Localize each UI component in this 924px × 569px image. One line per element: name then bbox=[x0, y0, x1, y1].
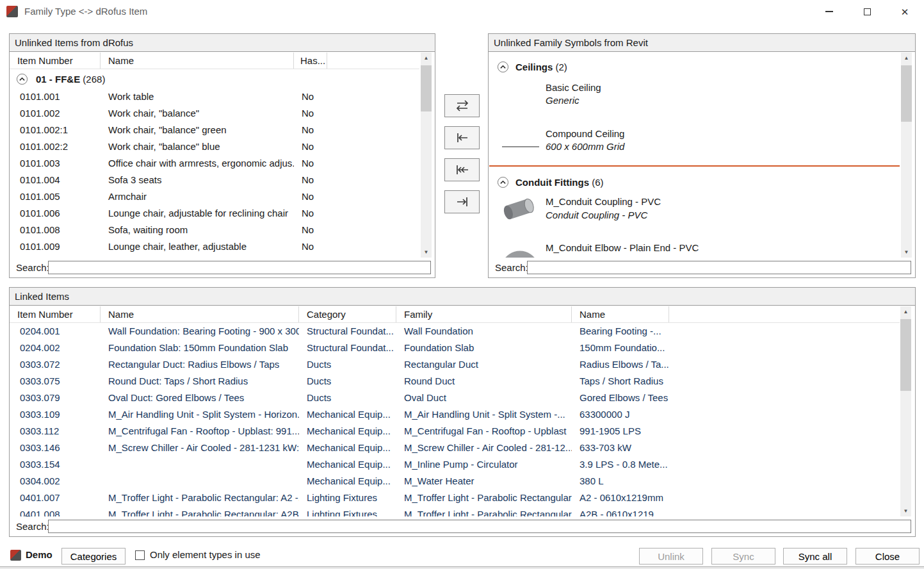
table-row[interactable]: 0303.109M_Air Handling Unit - Split Syst… bbox=[10, 406, 900, 423]
scroll-thumb[interactable] bbox=[421, 65, 432, 111]
table-row[interactable]: 0303.075Round Duct: Taps / Short RadiusD… bbox=[10, 373, 900, 390]
table-row[interactable]: 0101.002:2Work chair, "balance" blueNo bbox=[10, 138, 419, 155]
minimize-button[interactable] bbox=[815, 0, 844, 23]
column-header-family-type-name[interactable]: Name bbox=[572, 306, 669, 322]
table-row[interactable]: 0401.007M_Troffer Light - Parabolic Rect… bbox=[10, 490, 900, 506]
column-header-family[interactable]: Family bbox=[396, 306, 572, 322]
family-symbol-name[interactable]: M_Conduit Elbow - Plain End - PVC bbox=[546, 242, 699, 253]
column-header-name[interactable]: Name bbox=[101, 306, 299, 322]
collapse-group-button[interactable] bbox=[497, 61, 509, 73]
only-element-types-checkbox[interactable] bbox=[135, 550, 145, 560]
vertical-scrollbar[interactable]: ▲ ▼ bbox=[421, 53, 432, 258]
column-header-name[interactable]: Name bbox=[101, 53, 294, 69]
cell-has: No bbox=[294, 88, 327, 105]
only-element-types-label[interactable]: Only element types in use bbox=[150, 543, 261, 566]
table-row[interactable]: 0204.002Foundation Slab: 150mm Foundatio… bbox=[10, 340, 900, 356]
search-label: Search: bbox=[16, 517, 49, 536]
table-row[interactable]: 0101.004Sofa 3 seatsNo bbox=[10, 172, 419, 188]
cell-category: Structural Foundat... bbox=[299, 323, 396, 340]
minimize-icon bbox=[825, 11, 833, 12]
scroll-up-button[interactable]: ▲ bbox=[900, 306, 911, 317]
table-row[interactable]: 0303.072Rectangular Duct: Radius Elbows … bbox=[10, 356, 900, 373]
table-row[interactable]: 0101.002:1Work chair, "balance" greenNo bbox=[10, 122, 419, 138]
title-bar[interactable]: Family Type <-> dRofus Item ✕ bbox=[0, 0, 924, 23]
cell-family: M_Troffer Light - Parabolic Rectangular bbox=[396, 490, 572, 506]
close-window-button[interactable]: ✕ bbox=[890, 0, 920, 23]
cell-name: Rectangular Duct: Radius Elbows / Taps bbox=[101, 356, 299, 373]
table-row[interactable]: 0101.006Lounge chair, adjustable for rec… bbox=[10, 205, 419, 222]
cell-has: No bbox=[294, 205, 327, 222]
vertical-scrollbar[interactable]: ▲ ▼ bbox=[900, 306, 911, 516]
table-row[interactable]: 0101.009Lounge chair, leather, adjustabl… bbox=[10, 238, 419, 255]
table-row[interactable]: 0204.001Wall Foundation: Bearing Footing… bbox=[10, 323, 900, 340]
table-row[interactable]: 0101.001Work tableNo bbox=[10, 88, 419, 105]
search-label: Search: bbox=[16, 258, 49, 277]
table-row[interactable]: 0303.154Mechanical Equip...M_Inline Pump… bbox=[10, 456, 900, 473]
cell-item-number: 0101.002 bbox=[17, 105, 101, 122]
cell-item-number: 0101.005 bbox=[17, 188, 101, 205]
family-symbol-name[interactable]: M_Conduit Coupling - PVC bbox=[546, 196, 661, 207]
categories-button[interactable]: Categories bbox=[61, 548, 126, 565]
cell-family-type: 991-1905 LPS bbox=[572, 423, 669, 440]
chevron-up-icon bbox=[497, 176, 509, 188]
move-all-left-button[interactable] bbox=[444, 158, 480, 181]
table-row[interactable]: 0101.003Office chair with armrests, ergo… bbox=[10, 155, 419, 172]
linked-items-table-header: Item Number Name Category Family Name bbox=[10, 306, 900, 323]
move-right-button[interactable] bbox=[444, 190, 480, 213]
cell-item-number: 0101.008 bbox=[17, 222, 101, 238]
table-row[interactable]: 0101.005ArmchairNo bbox=[10, 188, 419, 205]
scroll-up-button[interactable]: ▲ bbox=[421, 53, 432, 63]
scroll-thumb[interactable] bbox=[901, 65, 912, 122]
search-input[interactable] bbox=[48, 261, 431, 274]
close-button[interactable]: Close bbox=[855, 548, 920, 565]
cell-item-number: 0304.002 bbox=[17, 473, 101, 490]
cell-item-number: 0101.002:2 bbox=[17, 138, 101, 155]
cell-has: No bbox=[294, 188, 327, 205]
table-row[interactable]: 0303.146M_Screw Chiller - Air Cooled - 2… bbox=[10, 440, 900, 456]
table-row[interactable]: 0303.079Oval Duct: Gored Elbows / TeesDu… bbox=[10, 390, 900, 406]
column-header-has[interactable]: Has... bbox=[294, 53, 327, 69]
arrow-right-to-bar-icon bbox=[454, 194, 471, 210]
cell-family: Rectangular Duct bbox=[396, 356, 572, 373]
arrow-left-to-bar-icon bbox=[454, 129, 471, 146]
cell-category: Mechanical Equip... bbox=[299, 406, 396, 423]
sync-button[interactable]: Sync bbox=[711, 548, 775, 565]
sync-all-button[interactable]: Sync all bbox=[783, 548, 847, 565]
maximize-button[interactable] bbox=[852, 0, 882, 23]
cell-family: M_Troffer Light - Parabolic Rectangular bbox=[396, 506, 572, 516]
column-header-item-number[interactable]: Item Number bbox=[17, 306, 101, 322]
linked-items-panel-title: Linked Items bbox=[10, 288, 915, 306]
cell-item-number: 0303.146 bbox=[17, 440, 101, 456]
column-header-category[interactable]: Category bbox=[299, 306, 396, 322]
collapse-group-button[interactable] bbox=[497, 176, 509, 188]
scroll-down-button[interactable]: ▼ bbox=[901, 247, 912, 258]
search-input[interactable] bbox=[48, 520, 911, 533]
swap-link-button[interactable] bbox=[444, 94, 480, 117]
move-selected-left-button[interactable] bbox=[444, 126, 480, 149]
column-header-item-number[interactable]: Item Number bbox=[17, 53, 101, 69]
unlink-button[interactable]: Unlink bbox=[639, 548, 703, 565]
family-symbol-name[interactable]: Compound Ceiling bbox=[546, 128, 624, 139]
table-row[interactable]: 0304.002Mechanical Equip...M_Water Heate… bbox=[10, 473, 900, 490]
search-input[interactable] bbox=[527, 261, 911, 274]
group-row-conduit-fittings[interactable]: Conduit Fittings (6) bbox=[497, 174, 603, 190]
scroll-up-button[interactable]: ▲ bbox=[901, 53, 912, 63]
group-row-ceilings[interactable]: Ceilings (2) bbox=[497, 59, 567, 74]
cell-item-number: 0303.112 bbox=[17, 423, 101, 440]
table-row[interactable]: 0303.112M_Centrifugal Fan - Rooftop - Up… bbox=[10, 423, 900, 440]
unlinked-revit-list: Ceilings (2) Basic Ceiling Generic Compo… bbox=[489, 53, 900, 258]
group-label: Ceilings bbox=[515, 62, 553, 72]
family-symbol-name[interactable]: Basic Ceiling bbox=[546, 82, 601, 93]
scroll-down-button[interactable]: ▼ bbox=[421, 247, 432, 258]
scroll-thumb[interactable] bbox=[900, 319, 911, 391]
table-row[interactable]: 0101.008Sofa, waiting roomNo bbox=[10, 222, 419, 238]
collapse-group-button[interactable] bbox=[16, 73, 28, 85]
vertical-scrollbar[interactable]: ▲ ▼ bbox=[901, 53, 912, 258]
cell-family: Round Duct bbox=[396, 373, 572, 390]
group-row-ffe[interactable]: 01 - FF&E (268) bbox=[10, 69, 105, 88]
table-row[interactable]: 0401.008M_Troffer Light - Parabolic Rect… bbox=[10, 506, 900, 516]
table-row[interactable]: 0101.002Work chair, "balance"No bbox=[10, 105, 419, 122]
unlinked-revit-panel-title: Unlinked Family Symbols from Revit bbox=[489, 34, 915, 52]
cell-family-type: 3.9 LPS - 0.8 Mete... bbox=[572, 456, 669, 473]
scroll-down-button[interactable]: ▼ bbox=[900, 506, 911, 516]
